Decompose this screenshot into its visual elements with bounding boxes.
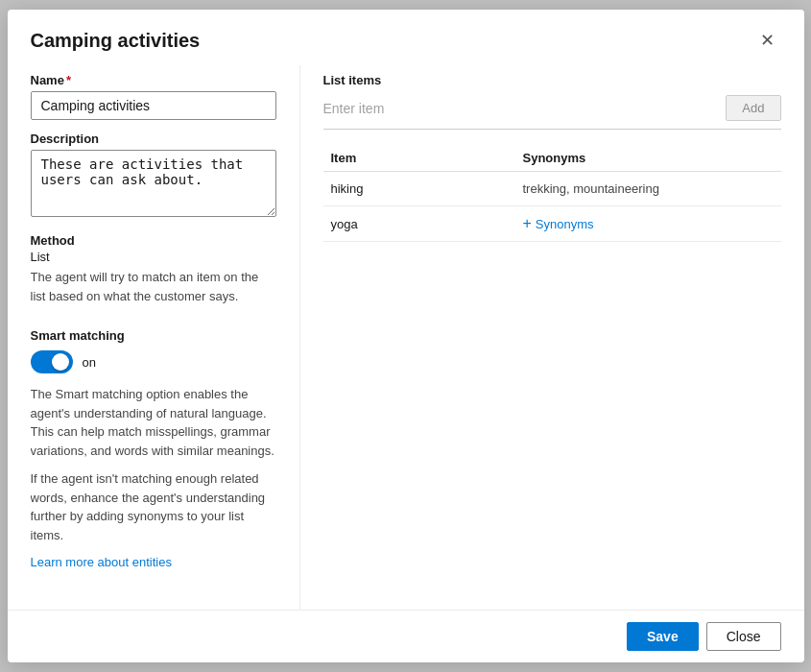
description-field-group: Description (31, 132, 276, 220)
add-item-input[interactable] (323, 97, 719, 120)
required-star: * (66, 73, 71, 87)
learn-more-link[interactable]: Learn more about entities (31, 555, 172, 569)
col-item-header: Item (323, 151, 515, 165)
right-panel: List items Add Item Synonyms hiking (300, 65, 781, 610)
toggle-on-label: on (83, 355, 96, 370)
toggle-row: on (31, 350, 276, 373)
item-cell: yoga (323, 217, 515, 231)
add-synonyms-button[interactable]: + Synonyms (523, 216, 594, 231)
list-items-label: List items (323, 73, 781, 87)
description-input[interactable] (31, 150, 276, 217)
modal-body: Name* Description Method List The agent … (8, 65, 804, 610)
left-panel: Name* Description Method List The agent … (31, 65, 299, 610)
add-item-row: Add (323, 95, 781, 130)
items-table: Item Synonyms hiking trekking, mountaine… (323, 145, 781, 242)
add-synonyms-label: Synonyms (536, 217, 594, 231)
name-input[interactable] (31, 91, 276, 120)
smart-matching-label: Smart matching (31, 328, 276, 343)
smart-description-1: The Smart matching option enables the ag… (31, 385, 276, 460)
method-description: The agent will try to match an item on t… (31, 268, 276, 305)
name-label: Name* (31, 73, 276, 87)
close-icon-button[interactable]: ✕ (754, 27, 781, 54)
method-group: Method List The agent will try to match … (31, 233, 276, 305)
description-label: Description (31, 132, 276, 146)
modal-title: Camping activities (31, 30, 201, 52)
table-row: yoga + Synonyms (323, 206, 781, 242)
synonyms-cell[interactable]: + Synonyms (515, 216, 781, 231)
table-header: Item Synonyms (323, 145, 781, 172)
table-row: hiking trekking, mountaineering (323, 172, 781, 206)
modal-footer: Save Close (8, 610, 804, 662)
smart-matching-toggle[interactable] (31, 350, 73, 373)
name-field-group: Name* (31, 73, 276, 120)
add-button[interactable]: Add (726, 95, 780, 121)
smart-matching-section: Smart matching on The Smart matching opt… (31, 328, 276, 569)
modal: Camping activities ✕ Name* Description (8, 10, 804, 662)
close-button[interactable]: Close (706, 622, 781, 651)
modal-header: Camping activities ✕ (8, 10, 804, 65)
save-button[interactable]: Save (627, 622, 699, 651)
plus-icon: + (523, 216, 532, 231)
method-type: List (31, 250, 276, 264)
method-label: Method (31, 233, 276, 248)
col-synonyms-header: Synonyms (515, 151, 781, 165)
synonyms-cell: trekking, mountaineering (515, 181, 781, 196)
smart-description-2: If the agent isn't matching enough relat… (31, 469, 276, 544)
item-cell: hiking (323, 181, 515, 196)
modal-overlay: Camping activities ✕ Name* Description (0, 0, 811, 672)
